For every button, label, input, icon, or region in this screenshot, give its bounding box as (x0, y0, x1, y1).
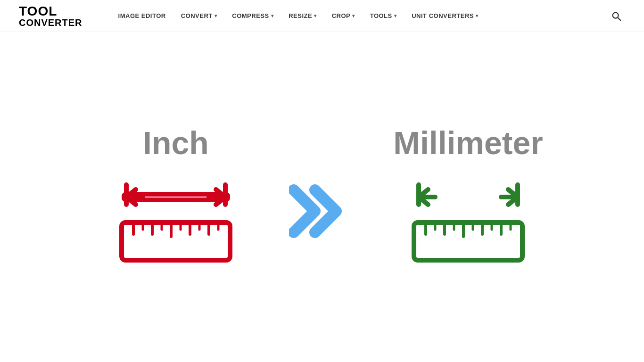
nav-item-convert[interactable]: CONVERT▾ (173, 0, 225, 32)
nav-item-label: TOOLS (370, 12, 392, 19)
logo-tool: TOOL (19, 5, 83, 18)
search-button[interactable] (607, 7, 625, 25)
logo[interactable]: TOOL CONVERTER (19, 5, 83, 27)
inch-ruler-icon (115, 175, 237, 270)
main-nav: IMAGE EDITORCONVERT▾COMPRESS▾RESIZE▾CROP… (111, 0, 607, 32)
inch-title: Inch (143, 124, 209, 161)
inch-section: Inch (77, 124, 275, 270)
chevron-down-icon: ▾ (352, 13, 355, 18)
nav-item-label: UNIT CONVERTERS (412, 12, 474, 19)
chevron-down-icon: ▾ (271, 13, 274, 18)
header: TOOL CONVERTER IMAGE EDITORCONVERT▾COMPR… (0, 0, 644, 32)
svg-rect-18 (414, 222, 522, 260)
nav-item-label: RESIZE (289, 12, 312, 19)
nav-item-label: CROP (332, 12, 351, 19)
nav-item-compress[interactable]: COMPRESS▾ (224, 0, 281, 32)
nav-item-unit-converters[interactable]: UNIT CONVERTERS▾ (404, 0, 486, 32)
nav-item-label: COMPRESS (232, 12, 269, 19)
nav-item-label: IMAGE EDITOR (118, 12, 166, 19)
nav-item-image-editor[interactable]: IMAGE EDITOR (111, 0, 173, 32)
conversion-arrow-section (275, 155, 369, 239)
nav-item-crop[interactable]: CROP▾ (324, 0, 363, 32)
conversion-arrows-icon (289, 183, 355, 239)
millimeter-section: Millimeter (369, 124, 567, 270)
nav-item-label: CONVERT (181, 12, 213, 19)
svg-line-1 (618, 17, 620, 20)
chevron-down-icon: ▾ (476, 13, 479, 18)
nav-item-resize[interactable]: RESIZE▾ (281, 0, 324, 32)
millimeter-ruler-icon (407, 175, 529, 270)
millimeter-title: Millimeter (393, 124, 543, 161)
svg-rect-5 (122, 222, 230, 260)
chevron-down-icon: ▾ (215, 13, 217, 18)
chevron-down-icon: ▾ (394, 13, 397, 18)
main-content: Inch (0, 32, 644, 362)
logo-converter: CONVERTER (19, 18, 83, 27)
nav-item-tools[interactable]: TOOLS▾ (363, 0, 405, 32)
chevron-down-icon: ▾ (314, 13, 317, 18)
